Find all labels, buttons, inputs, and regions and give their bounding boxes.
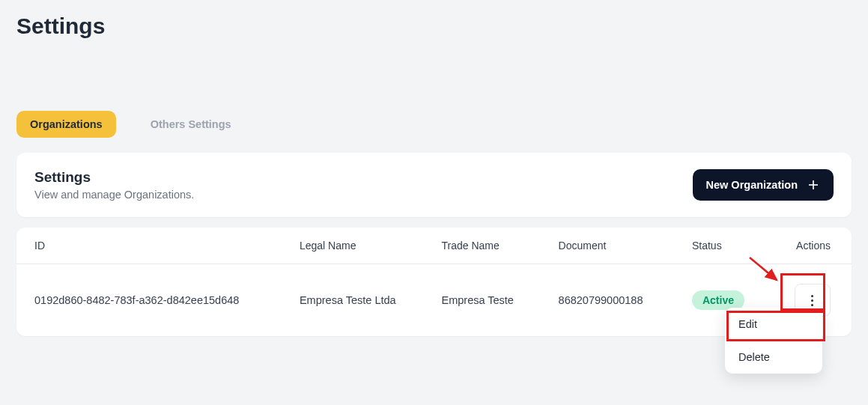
card-header: Settings View and manage Organizations. … (16, 153, 852, 217)
cell-legal-name: Empresa Teste Ltda (292, 264, 434, 337)
page-title: Settings (16, 13, 852, 39)
tabs: Organizations Others Settings (16, 111, 852, 138)
col-id: ID (16, 228, 292, 264)
card-title: Settings (34, 169, 194, 186)
tab-others-settings[interactable]: Others Settings (137, 111, 245, 138)
cell-document: 86820799000188 (551, 264, 685, 337)
col-actions: Actions (777, 228, 852, 264)
card-subtitle: View and manage Organizations. (34, 189, 194, 201)
more-vertical-icon (811, 295, 814, 306)
col-trade-name: Trade Name (434, 228, 550, 264)
plus-icon (807, 178, 820, 192)
actions-dropdown: Edit Delete (725, 308, 822, 374)
dropdown-item-edit[interactable]: Edit (725, 308, 822, 341)
tab-organizations[interactable]: Organizations (16, 111, 116, 138)
col-legal-name: Legal Name (292, 228, 434, 264)
col-status: Status (685, 228, 777, 264)
settings-card: Settings View and manage Organizations. … (16, 153, 852, 217)
new-organization-button[interactable]: New Organization (693, 169, 834, 201)
col-document: Document (551, 228, 685, 264)
cell-trade-name: Empresa Teste (434, 264, 550, 337)
dropdown-item-delete[interactable]: Delete (725, 341, 822, 374)
new-organization-label: New Organization (706, 179, 798, 191)
cell-id: 0192d860-8482-783f-a362-d842ee15d648 (16, 264, 292, 337)
